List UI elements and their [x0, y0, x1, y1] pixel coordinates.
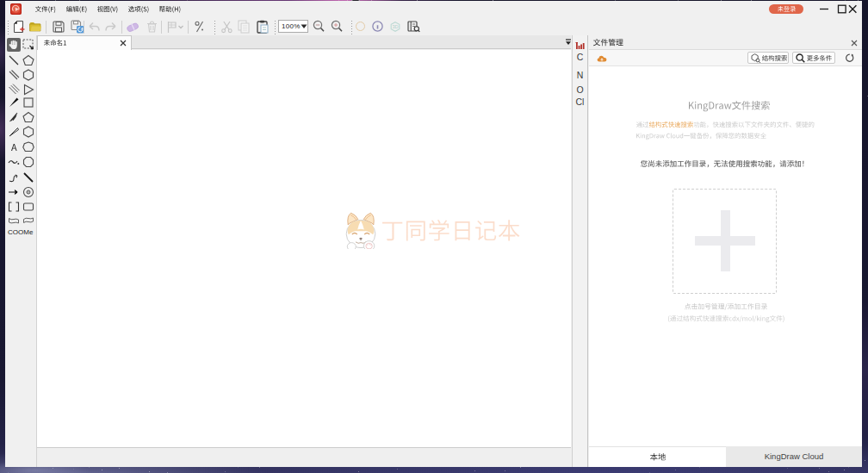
- svg-text:3D: 3D: [392, 24, 398, 29]
